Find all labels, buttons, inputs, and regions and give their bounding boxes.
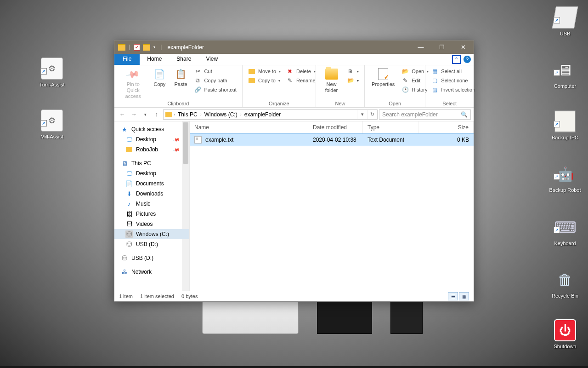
tab-home[interactable]: Home [140, 54, 169, 65]
disk-icon: ⛁ [121, 254, 128, 262]
copy-path-icon: ⧉ [194, 77, 202, 84]
nav-music[interactable]: ♪Music [114, 199, 189, 209]
network-icon: 🖧 [121, 268, 128, 276]
paste-button[interactable]: 📋 Paste [171, 66, 190, 87]
forward-button[interactable]: → [129, 109, 139, 120]
invert-selection-button[interactable]: ▨Invert selection [429, 86, 477, 94]
collapse-ribbon-button[interactable]: ⌃ [452, 55, 461, 64]
nav-downloads[interactable]: ⬇Downloads [114, 189, 189, 199]
view-large-icons-button[interactable]: ▦ [459, 292, 469, 300]
search-placeholder: Search exampleFolder [382, 111, 438, 118]
taskbar[interactable] [0, 366, 588, 368]
nav-label: RoboJob [136, 146, 158, 153]
copy-button[interactable]: 📄 Copy [150, 66, 169, 87]
search-input[interactable]: Search exampleFolder 🔍 [379, 109, 471, 120]
nav-windows-c[interactable]: ⛁Windows (C:) [114, 229, 189, 239]
new-folder-button[interactable]: New folder [320, 66, 343, 93]
address-bar[interactable]: › This PC › Windows (C:) › exampleFolder… [163, 109, 378, 120]
delete-button[interactable]: ✖Delete [284, 67, 317, 75]
breadcrumb[interactable]: This PC [176, 111, 199, 118]
shortcut-overlay-icon: ↗ [554, 227, 560, 233]
shortcut-overlay-icon: ↗ [554, 69, 560, 76]
nav-documents[interactable]: 📄Documents [114, 178, 189, 189]
easy-access-button[interactable]: 📂▾ [345, 76, 361, 85]
desktop-icon-shutdown[interactable]: Shutdown [544, 319, 586, 349]
shortcut-overlay-icon: ↗ [554, 173, 560, 180]
icon-label: Keyboard [544, 241, 586, 246]
address-dropdown-button[interactable]: ▾ [357, 110, 367, 119]
status-item-count: 1 item [119, 293, 133, 299]
breadcrumb[interactable]: Windows (C:) [203, 111, 239, 118]
desktop-icon-backup-ipc[interactable]: ↗ Backup IPC [544, 110, 586, 140]
nav-quick-access[interactable]: ★Quick access [114, 124, 189, 134]
properties-button[interactable]: Properties [368, 66, 398, 87]
select-all-icon: ▦ [431, 68, 438, 75]
tab-file[interactable]: File [114, 54, 140, 65]
window-title: exampleFolder [168, 44, 204, 51]
column-type[interactable]: Type [363, 121, 418, 133]
desktop-icon-keyboard[interactable]: ↗ Keyboard [544, 216, 586, 246]
tab-share[interactable]: Share [169, 54, 198, 65]
nav-label: Network [131, 269, 152, 275]
folder-icon [249, 78, 255, 83]
refresh-button[interactable]: ↻ [367, 110, 377, 119]
icon-label: Mill-Assist [31, 134, 73, 139]
nav-this-pc[interactable]: 🖥This PC [114, 158, 189, 168]
nav-usb-d[interactable]: ⛁USB (D:) [114, 239, 189, 249]
breadcrumb[interactable]: exampleFolder [243, 111, 282, 118]
file-row[interactable]: example.txt 2020-04-02 10:38 Text Docume… [190, 134, 474, 146]
properties-icon[interactable]: ✔ [134, 44, 140, 51]
desktop-icon-turn-assist[interactable]: ↗ Turn-Assist [31, 58, 73, 87]
nav-label: Desktop [136, 136, 156, 143]
button-label: Pin to Quick access [121, 81, 145, 100]
tab-view[interactable]: View [198, 54, 225, 65]
folder-icon [249, 69, 255, 74]
maximize-button[interactable]: ☐ [431, 40, 452, 54]
chevron-down-icon[interactable]: ▾ [153, 45, 155, 49]
up-button[interactable]: ↑ [152, 109, 162, 120]
view-details-button[interactable]: ☰ [448, 292, 458, 300]
paste-shortcut-button[interactable]: 🔗Paste shortcut [192, 86, 238, 94]
shortcut-overlay-icon: ↗ [40, 120, 47, 126]
nav-pc-desktop[interactable]: 🖵Desktop [114, 168, 189, 178]
desktop-icon-backup-robot[interactable]: ↗ Backup Robot [544, 163, 586, 193]
minimize-button[interactable]: ― [410, 40, 431, 54]
nav-usb-d-drive[interactable]: ⛁USB (D:) [114, 253, 189, 263]
copy-to-button[interactable]: Copy to [246, 76, 283, 85]
cut-button[interactable]: ✂Cut [192, 67, 238, 75]
recent-locations-button[interactable]: ▾ [140, 109, 150, 120]
column-date[interactable]: Date modified [308, 121, 363, 133]
nav-desktop[interactable]: 🖵Desktop📌 [114, 134, 189, 144]
back-button[interactable]: ← [117, 109, 127, 120]
close-button[interactable]: ✕ [452, 40, 474, 54]
desktop-icon-usb[interactable]: ↗ USB [544, 6, 586, 36]
column-size[interactable]: Size [418, 121, 474, 133]
cut-icon: ✂ [194, 68, 202, 75]
icon-label: Recycle Bin [544, 293, 586, 299]
column-name[interactable]: Name [190, 121, 308, 133]
nav-pictures[interactable]: 🖼Pictures [114, 209, 189, 219]
titlebar[interactable]: │ ✔ ▾ │ exampleFolder ― ☐ ✕ [114, 40, 474, 54]
desktop-icon-computer[interactable]: ↗ Computer [544, 59, 586, 89]
move-to-button[interactable]: Move to [246, 67, 283, 75]
copy-path-button[interactable]: ⧉Copy path [192, 76, 238, 85]
nav-label: USB (D:) [131, 255, 153, 261]
pictures-icon: 🖼 [125, 210, 133, 218]
nav-network[interactable]: 🖧Network [114, 267, 189, 277]
desktop-icon: 🖵 [125, 170, 133, 177]
nav-videos[interactable]: 🎞Videos [114, 219, 189, 229]
nav-robojob[interactable]: RoboJob📌 [114, 144, 189, 155]
select-all-button[interactable]: ▦Select all [429, 67, 477, 75]
group-label: Open [368, 101, 421, 107]
folder-icon [126, 147, 132, 152]
desktop-icon-recycle-bin[interactable]: Recycle Bin [544, 269, 586, 299]
chevron-right-icon: › [174, 112, 175, 117]
rename-button[interactable]: ✎Rename [284, 76, 317, 85]
pin-to-quick-access-button[interactable]: 📌 Pin to Quick access [118, 66, 148, 100]
new-item-button[interactable]: 🗎▾ [345, 67, 361, 75]
desktop-icon-mill-assist[interactable]: ↗ Mill-Assist [31, 109, 73, 139]
help-button[interactable]: ? [464, 56, 471, 63]
button-label: Properties [372, 81, 395, 87]
select-none-button[interactable]: ▢Select none [429, 76, 477, 85]
folder-icon[interactable] [143, 44, 150, 51]
